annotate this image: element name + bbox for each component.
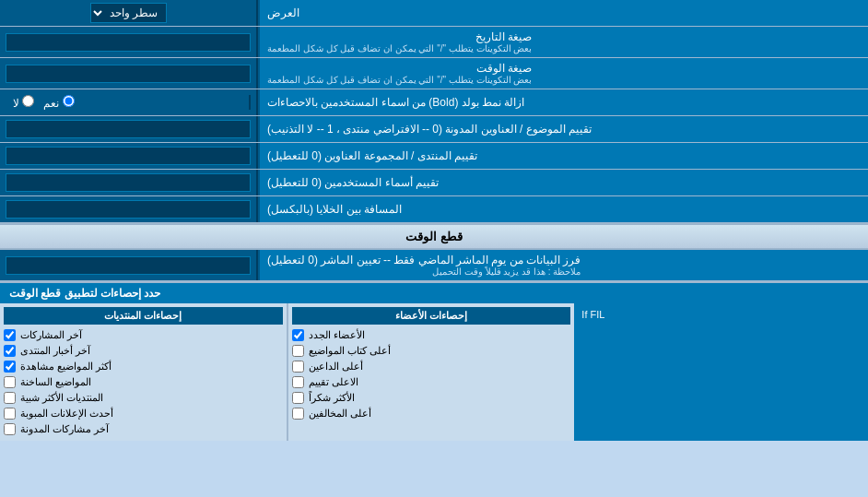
forum-address-row: تقييم المنتدى / المجموعة العناوين (0 للت… <box>0 143 868 170</box>
checkbox-header-row: حدد إحصاءات لتطبيق قطع الوقت <box>0 283 868 303</box>
time-cut-row: فرز البيانات من يوم الماشر الماضي فقط --… <box>0 250 868 281</box>
user-names-input-wrapper: 0 <box>0 170 258 195</box>
checkbox-section-header: حدد إحصاءات لتطبيق قطع الوقت <box>0 283 868 303</box>
radio-yes[interactable] <box>63 95 75 107</box>
date-format-row: صيغة التاريخ بعض التكوينات يتطلب "/" الت… <box>0 27 868 58</box>
user-names-label: تقييم أسماء المستخدمين (0 للتعطيل) <box>258 170 868 195</box>
radio-no[interactable] <box>22 95 34 107</box>
date-format-input[interactable]: d-m <box>6 33 251 52</box>
checkbox-item: آخر المشاركات <box>4 327 283 343</box>
checkbox-item: آخر مشاركات المدونة <box>4 421 283 437</box>
time-format-label: صيغة الوقت بعض التكوينات يتطلب "/" التي … <box>258 58 868 89</box>
members-stats-col: إحصاءات الأعضاء الأعضاء الجدد أعلى كتاب … <box>288 303 575 441</box>
checkbox-item: أكثر المواضيع مشاهدة <box>4 359 283 374</box>
checkbox-item: أعلى المخالفين <box>292 406 571 421</box>
date-format-label: صيغة التاريخ بعض التكوينات يتطلب "/" الت… <box>258 27 868 57</box>
topic-address-row: تقييم الموضوع / العناوين المدونة (0 -- ا… <box>0 116 868 143</box>
checkbox-section: حدد إحصاءات لتطبيق قطع الوقت If FIL إحصا… <box>0 281 868 441</box>
checkbox-item: أعلى الداعين <box>292 359 571 374</box>
forums-stats-col: إحصاءات المنتديات آخر المشاركات آخر أخبا… <box>0 303 288 441</box>
checkbox-item: آخر أخبار المنتدى <box>4 343 283 359</box>
checkbox-item: الأكثر شكراً <box>292 390 571 406</box>
checkbox-most-similar[interactable] <box>4 392 16 404</box>
bold-remove-input-wrapper: نعم لا <box>0 89 258 115</box>
checkbox-last-posts[interactable] <box>4 329 16 341</box>
checkbox-top-writers[interactable] <box>292 345 304 357</box>
bold-radio-group: نعم لا <box>6 95 251 110</box>
cell-space-input[interactable]: 2 <box>6 200 251 219</box>
time-cut-input-wrapper: 0 <box>0 250 258 280</box>
checkbox-hot-topics[interactable] <box>4 376 16 388</box>
checkbox-latest-ads[interactable] <box>4 408 16 420</box>
topic-address-input-wrapper: 33 <box>0 116 258 142</box>
checkbox-most-thanks[interactable] <box>292 392 304 404</box>
checkbox-top-inviters[interactable] <box>292 361 304 373</box>
checkbox-forum-news[interactable] <box>4 345 16 357</box>
main-container: العرض سطر واحد متعدد صيغة التاريخ بعض ال… <box>0 0 868 441</box>
cell-space-label: المسافة بين الخلايا (بالبكسل) <box>258 196 868 222</box>
time-format-input[interactable]: H:i <box>6 65 251 83</box>
topic-address-input[interactable]: 33 <box>6 120 251 138</box>
checkbox-blog-posts[interactable] <box>4 423 16 435</box>
cell-space-input-wrapper: 2 <box>0 196 258 222</box>
cell-space-row: المسافة بين الخلايا (بالبكسل) 2 <box>0 196 868 223</box>
checkbox-item: الاعلى تقييم <box>292 374 571 390</box>
radio-yes-label: نعم <box>43 95 74 110</box>
empty-left-col: If FIL <box>574 303 868 441</box>
time-cut-label: فرز البيانات من يوم الماشر الماضي فقط --… <box>258 250 868 280</box>
display-row: العرض سطر واحد متعدد <box>0 0 868 27</box>
forum-address-label: تقييم المنتدى / المجموعة العناوين (0 للت… <box>258 143 868 169</box>
user-names-input[interactable]: 0 <box>6 173 251 192</box>
display-label: العرض <box>258 0 868 26</box>
checkbox-new-members[interactable] <box>292 329 304 341</box>
checkbox-top-rated[interactable] <box>292 376 304 388</box>
display-select[interactable]: سطر واحد متعدد <box>90 3 167 23</box>
members-col-header: إحصاءات الأعضاء <box>292 307 571 325</box>
forum-address-input[interactable]: 33 <box>6 147 251 165</box>
user-names-row: تقييم أسماء المستخدمين (0 للتعطيل) 0 <box>0 170 868 196</box>
display-input-wrapper: سطر واحد متعدد <box>0 0 258 26</box>
checkbox-item: الأعضاء الجدد <box>292 327 571 343</box>
time-cut-input[interactable]: 0 <box>6 256 251 275</box>
forums-col-header: إحصاءات المنتديات <box>4 307 283 325</box>
bold-remove-row: ازالة نمط بولد (Bold) من اسماء المستخدمي… <box>0 89 868 116</box>
checkbox-top-violations[interactable] <box>292 408 304 420</box>
topic-address-label: تقييم الموضوع / العناوين المدونة (0 -- ا… <box>258 116 868 142</box>
time-section-header: قطع الوقت <box>0 223 868 250</box>
checkbox-columns: If FIL إحصاءات الأعضاء الأعضاء الجدد أعل… <box>0 303 868 441</box>
checkbox-item: المنتديات الأكثر شبية <box>4 390 283 406</box>
checkbox-item: أحدث الإعلانات المبوبة <box>4 406 283 421</box>
bold-remove-label: ازالة نمط بولد (Bold) من اسماء المستخدمي… <box>258 89 868 115</box>
checkbox-item: أعلى كتاب المواضيع <box>292 343 571 359</box>
checkbox-item: المواضيع الساخنة <box>4 374 283 390</box>
time-format-input-wrapper: H:i <box>0 58 258 89</box>
checkbox-most-viewed[interactable] <box>4 361 16 373</box>
date-format-input-wrapper: d-m <box>0 27 258 57</box>
time-format-row: صيغة الوقت بعض التكوينات يتطلب "/" التي … <box>0 58 868 89</box>
forum-address-input-wrapper: 33 <box>0 143 258 169</box>
radio-no-label: لا <box>13 95 34 110</box>
